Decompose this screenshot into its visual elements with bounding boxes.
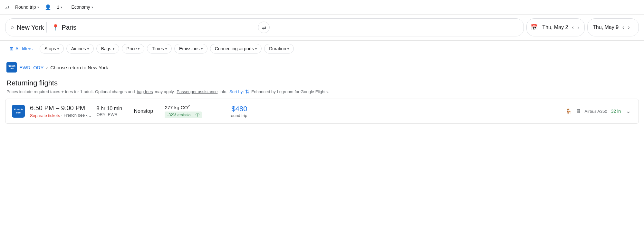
- stops-chevron-icon: ▾: [57, 47, 59, 51]
- emissions-badge: -32% emissio… ⓘ: [165, 112, 202, 118]
- breadcrumb-route[interactable]: EWR–ORY: [19, 65, 44, 70]
- stops-label: Stops: [44, 46, 56, 51]
- departure-date-field[interactable]: 📅 Thu, May 2 ‹ ›: [526, 18, 585, 36]
- bag-fees-link[interactable]: bag fees: [137, 89, 153, 94]
- flight-card[interactable]: French bee 6:50 PM – 9:00 PM Separate ti…: [5, 99, 639, 124]
- breadcrumb-destination: Choose return to New York: [50, 65, 108, 70]
- extras-block: 🪑 🖥 Airbus A350 32 in ⌄: [565, 106, 632, 116]
- departure-date: Thu, May 2: [541, 24, 569, 30]
- sort-label: Sort by:: [229, 89, 244, 94]
- return-date-next[interactable]: ›: [627, 23, 631, 32]
- price-label: Price: [127, 46, 137, 51]
- flight-duration: 8 hr 10 min: [96, 106, 129, 112]
- breadcrumb-arrow-icon: ›: [46, 65, 48, 70]
- price-sub-label: round trip: [215, 113, 247, 118]
- passengers-chevron-icon: ▾: [61, 5, 62, 9]
- airline-sub-label: · French bee ·…: [61, 113, 91, 118]
- airlines-filter-button[interactable]: Airlines ▾: [66, 44, 94, 53]
- swap-button[interactable]: ⇄: [258, 22, 270, 33]
- origin-dest-divider: [46, 22, 47, 33]
- cabin-class-button[interactable]: Economy ▾: [68, 3, 96, 12]
- cabin-chevron-icon: ▾: [91, 5, 93, 9]
- search-bar: ○ New York ⇄ 📍 Paris 📅 Thu, May 2 ‹ › Th…: [0, 15, 644, 41]
- stops-filter-button[interactable]: Stops ▾: [40, 44, 64, 53]
- video-icon: 🖥: [576, 108, 581, 114]
- times-label: Times: [152, 46, 164, 51]
- expand-chevron-icon: ⌄: [626, 108, 631, 114]
- passengers-button[interactable]: 1 ▾: [54, 3, 66, 12]
- duration-chevron-icon: ▾: [287, 47, 289, 51]
- emissions-chevron-icon: ▾: [201, 47, 203, 51]
- origin-dot-icon: ○: [11, 24, 14, 31]
- departure-date-next[interactable]: ›: [576, 23, 581, 32]
- bags-filter-button[interactable]: Bags ▾: [96, 44, 119, 53]
- passengers-count: 1: [57, 5, 60, 10]
- results-subtitle: Prices include required taxes + fees for…: [6, 89, 638, 95]
- times-filter-button[interactable]: Times ▾: [147, 44, 172, 53]
- all-filters-label: All filters: [15, 46, 33, 51]
- emissions-pct-label: -32% emissio…: [167, 113, 194, 117]
- flight-stops: Nonstop: [134, 108, 159, 114]
- subtitle-text2: may apply.: [155, 89, 175, 94]
- subtitle-text3: info.: [220, 89, 228, 94]
- connecting-airports-chevron-icon: ▾: [255, 47, 257, 51]
- return-date: Thu, May 9: [591, 24, 620, 30]
- bags-label: Bags: [101, 46, 111, 51]
- destination-text: Paris: [62, 24, 76, 31]
- duration-label: Duration: [269, 46, 286, 51]
- calendar-icon: 📅: [531, 24, 538, 31]
- airline-logo-breadcrumb: Frenchbee: [6, 62, 17, 73]
- origin-dest-wrapper[interactable]: ○ New York ⇄ 📍 Paris: [5, 18, 524, 36]
- flight-stops-block: Nonstop: [134, 108, 159, 114]
- flight-route: ORY–EWR: [96, 112, 129, 117]
- results-title: Returning flights: [6, 79, 638, 87]
- flight-price: $480: [215, 105, 247, 113]
- aircraft-type: Airbus A350: [585, 109, 607, 114]
- expand-flight-button[interactable]: ⌄: [625, 106, 632, 116]
- flight-time: 6:50 PM – 9:00 PM: [30, 104, 91, 112]
- all-filters-button[interactable]: ⊞ All filters: [5, 44, 37, 53]
- emissions-filter-button[interactable]: Emissions ▾: [174, 44, 207, 53]
- airlines-label: Airlines: [71, 46, 86, 51]
- connecting-airports-filter-button[interactable]: Connecting airports ▾: [210, 44, 262, 53]
- filters-bar: ⊞ All filters Stops ▾ Airlines ▾ Bags ▾ …: [0, 41, 644, 57]
- price-block: $480 round trip: [215, 105, 247, 118]
- connecting-airports-label: Connecting airports: [215, 46, 254, 51]
- return-date-field[interactable]: Thu, May 9 ‹ ›: [587, 18, 639, 36]
- passengers-icon: 👤: [45, 4, 51, 10]
- return-date-prev[interactable]: ‹: [621, 23, 625, 32]
- trip-type-label: Round trip: [15, 5, 36, 10]
- top-bar: ⇄ Round trip ▾ 👤 1 ▾ Economy ▾: [0, 0, 644, 15]
- bags-chevron-icon: ▾: [113, 47, 114, 51]
- emissions-text: 277 kg CO2: [165, 104, 210, 110]
- filter-sliders-icon: ⊞: [10, 46, 14, 51]
- section-header: Returning flights Prices include require…: [0, 75, 644, 96]
- price-chevron-icon: ▾: [138, 47, 139, 51]
- breadcrumb-bar: Frenchbee EWR–ORY › Choose return to New…: [0, 57, 644, 75]
- flight-info-row: 6:50 PM – 9:00 PM Separate tickets · Fre…: [30, 104, 632, 118]
- sort-arrows-icon: ⇅: [245, 89, 249, 95]
- round-trip-icon: ⇄: [5, 4, 9, 10]
- emissions-block: 277 kg CO2 -32% emissio… ⓘ: [165, 104, 210, 118]
- sort-button[interactable]: Sort by: ⇅: [229, 89, 249, 95]
- swap-icon: ⇄: [262, 24, 266, 31]
- seat-icon: 🪑: [565, 108, 572, 114]
- times-chevron-icon: ▾: [165, 47, 167, 51]
- info-icon[interactable]: ⓘ: [196, 112, 199, 118]
- airlines-chevron-icon: ▾: [87, 47, 89, 51]
- flight-results: French bee 6:50 PM – 9:00 PM Separate ti…: [0, 96, 644, 129]
- emissions-label: Emissions: [179, 46, 200, 51]
- departure-date-prev[interactable]: ‹: [571, 23, 575, 32]
- trip-type-button[interactable]: Round trip ▾: [12, 3, 42, 12]
- trip-type-chevron-icon: ▾: [37, 5, 39, 9]
- passenger-assistance-link[interactable]: Passenger assistance: [177, 89, 217, 94]
- flight-duration-block: 8 hr 10 min ORY–EWR: [96, 106, 129, 117]
- subtitle-text: Prices include required taxes + fees for…: [6, 89, 135, 94]
- enhanced-label: Enhanced by Legroom for Google Flights.: [251, 89, 329, 94]
- airline-logo: French bee: [12, 105, 25, 118]
- price-filter-button[interactable]: Price ▾: [122, 44, 145, 53]
- flight-time-block: 6:50 PM – 9:00 PM Separate tickets · Fre…: [30, 104, 91, 118]
- cabin-class-label: Economy: [71, 5, 90, 10]
- duration-filter-button[interactable]: Duration ▾: [264, 44, 294, 53]
- airline-logo-text: French bee: [14, 108, 23, 114]
